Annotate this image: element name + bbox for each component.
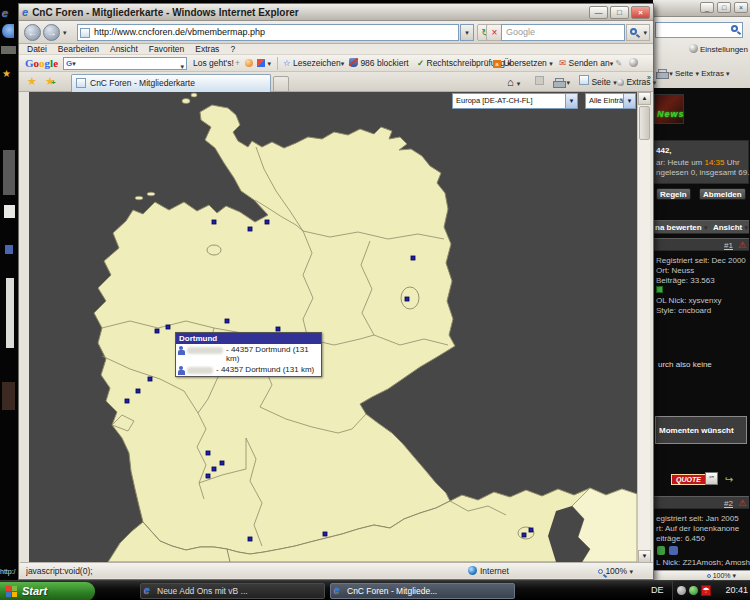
antivirus-tray-icon[interactable]: ☂ bbox=[701, 585, 711, 596]
clock[interactable]: 20:41 bbox=[725, 585, 748, 595]
tab-cnc-foren[interactable]: CnC Foren - Mitgliederkarte bbox=[71, 74, 271, 92]
germany-map[interactable] bbox=[29, 92, 639, 563]
member-location-text: - 44357 Dortmund (131 km) bbox=[216, 365, 314, 374]
multiquote-icon[interactable]: “” bbox=[705, 472, 718, 485]
member-dot[interactable] bbox=[125, 399, 129, 403]
home-button[interactable]: ⌂ ▾ bbox=[507, 74, 520, 90]
clock-tray-icon[interactable] bbox=[677, 586, 686, 595]
search-input[interactable] bbox=[655, 22, 743, 38]
member-dot[interactable] bbox=[220, 461, 224, 465]
member-dot[interactable] bbox=[411, 256, 415, 260]
report-icon[interactable]: ⚠ bbox=[738, 240, 746, 250]
tooltip-member-row[interactable]: - 44357 Dortmund (131 km) bbox=[176, 364, 321, 376]
minimize-button[interactable]: — bbox=[589, 6, 608, 19]
google-go-button[interactable]: Los geht's! bbox=[193, 55, 234, 72]
menu-datei[interactable]: Datei bbox=[27, 44, 47, 54]
search-input[interactable]: Google bbox=[501, 24, 625, 41]
member-dot[interactable] bbox=[248, 537, 252, 541]
member-dot[interactable] bbox=[206, 474, 210, 478]
url-dropdown-button[interactable]: ▾ bbox=[460, 24, 474, 41]
language-indicator[interactable]: DE bbox=[651, 585, 664, 595]
member-dot[interactable] bbox=[155, 329, 159, 333]
member-dot[interactable] bbox=[265, 220, 269, 224]
highlight-icon[interactable]: ✎ bbox=[615, 55, 622, 72]
messenger-tray-icon[interactable] bbox=[689, 586, 698, 595]
member-dot[interactable] bbox=[248, 227, 252, 231]
news-banner-image[interactable]: News bbox=[654, 94, 684, 124]
forum-link[interactable]: 442, bbox=[656, 146, 672, 155]
menu-help[interactable]: ? bbox=[230, 44, 235, 54]
report-icon[interactable]: ⚠ bbox=[738, 498, 746, 508]
region-select[interactable]: Europa [DE-AT-CH-FL] ▼ bbox=[452, 93, 578, 109]
logout-button[interactable]: Abmelden bbox=[699, 188, 746, 200]
titlebar[interactable]: e CnC Foren - Mitgliederkarte - Windows … bbox=[19, 4, 653, 21]
translate-button[interactable]: a Übersetzen ▾ bbox=[493, 55, 553, 72]
tooltip-member-row[interactable]: - 44357 Dortmund (131 km) bbox=[176, 344, 321, 364]
forward-button[interactable]: → bbox=[43, 24, 60, 41]
sitesearch-icon[interactable] bbox=[245, 55, 253, 72]
menu-bearbeiten[interactable]: Bearbeiten bbox=[58, 44, 99, 54]
bookmarks-button[interactable]: ☆ Lesezeichen▾ bbox=[283, 55, 344, 72]
view-menu-button[interactable]: Ansicht ▾ bbox=[713, 223, 748, 232]
tools-menu-button[interactable]: Extras bbox=[701, 69, 724, 78]
member-dot[interactable] bbox=[323, 532, 327, 536]
restore-icon[interactable]: □ bbox=[717, 2, 731, 13]
post1-number[interactable]: #1 bbox=[724, 241, 733, 250]
history-dropdown[interactable]: ▾ bbox=[63, 29, 67, 37]
page-menu-button[interactable]: Seite bbox=[675, 69, 693, 78]
scroll-up-button[interactable]: ▲ bbox=[638, 92, 651, 105]
member-dot[interactable] bbox=[276, 327, 280, 331]
new-tab-button[interactable] bbox=[273, 76, 289, 92]
back-button[interactable]: ← bbox=[24, 24, 41, 41]
member-dot[interactable] bbox=[148, 377, 152, 381]
zoom-control[interactable]: 100% ▾ bbox=[598, 565, 633, 577]
print-button[interactable]: ▾ bbox=[553, 74, 570, 90]
rules-button[interactable]: Regeln bbox=[656, 188, 691, 200]
member-dot[interactable] bbox=[206, 451, 210, 455]
member-dot[interactable] bbox=[212, 220, 216, 224]
close-button[interactable]: × bbox=[631, 6, 650, 19]
search-go-button[interactable]: ▾ bbox=[626, 24, 650, 41]
vertical-scrollbar[interactable]: ▲ ▼ bbox=[637, 92, 650, 563]
quick-reply-icon[interactable]: ↪ bbox=[725, 474, 733, 485]
options-icon[interactable]: ▾ bbox=[257, 55, 271, 72]
panel-fragment bbox=[4, 205, 15, 218]
member-dot[interactable] bbox=[225, 319, 229, 323]
member-dot[interactable] bbox=[136, 389, 140, 393]
rate-thread-button[interactable]: na bewerten ▾ bbox=[655, 223, 707, 232]
scrollbar-thumb[interactable] bbox=[639, 106, 650, 140]
post1-header: #1 ⚠ bbox=[653, 238, 749, 251]
favorites-center-button[interactable]: ★ bbox=[27, 75, 37, 88]
close-icon[interactable]: × bbox=[734, 2, 748, 13]
entries-select[interactable]: Alle Einträge ▼ bbox=[585, 93, 636, 109]
member-dot[interactable] bbox=[405, 297, 409, 301]
gtb-settings-button[interactable] bbox=[629, 55, 638, 72]
popup-blocker-button[interactable]: 986 blockiert bbox=[349, 55, 409, 72]
toolbar-overflow-chevron[interactable]: » bbox=[647, 70, 651, 86]
feeds-button[interactable] bbox=[535, 74, 544, 90]
maximize-button[interactable]: □ bbox=[610, 6, 629, 19]
quote-button[interactable]: QUOTE bbox=[671, 474, 706, 485]
send-to-button[interactable]: ✉ Senden an▾ bbox=[559, 55, 613, 72]
member-dot[interactable] bbox=[166, 325, 170, 329]
print-icon[interactable] bbox=[656, 69, 667, 77]
member-dot[interactable] bbox=[529, 528, 533, 532]
menu-favoriten[interactable]: Favoriten bbox=[149, 44, 184, 54]
post2-number[interactable]: #2 bbox=[724, 499, 733, 508]
start-button[interactable]: Start bbox=[0, 582, 95, 600]
pagerank-icon[interactable]: + bbox=[235, 55, 240, 72]
menu-ansicht[interactable]: Ansicht bbox=[110, 44, 138, 54]
member-dot[interactable] bbox=[212, 467, 216, 471]
page-menu-button[interactable]: Seite ▾ bbox=[579, 74, 617, 90]
settings-button[interactable]: Einstellungen bbox=[689, 44, 748, 54]
minimize-icon[interactable]: _ bbox=[700, 2, 714, 13]
zoom-level[interactable]: 100% ▾ bbox=[707, 572, 736, 580]
taskbar-item-cncforen[interactable]: e CnC Foren - Mitgliede... bbox=[330, 583, 515, 599]
menu-extras[interactable]: Extras bbox=[195, 44, 219, 54]
url-input[interactable]: http://www.cncforen.de/vbmembermap.php bbox=[77, 24, 459, 41]
add-favorite-button[interactable]: ★+ bbox=[45, 75, 56, 88]
google-search-input[interactable]: G▾ ▾ bbox=[63, 57, 187, 70]
taskbar-item-addons[interactable]: e Neue Add Ons mit vB ... bbox=[140, 583, 325, 599]
member-dot[interactable] bbox=[522, 533, 526, 537]
online-status-icon bbox=[656, 286, 663, 293]
